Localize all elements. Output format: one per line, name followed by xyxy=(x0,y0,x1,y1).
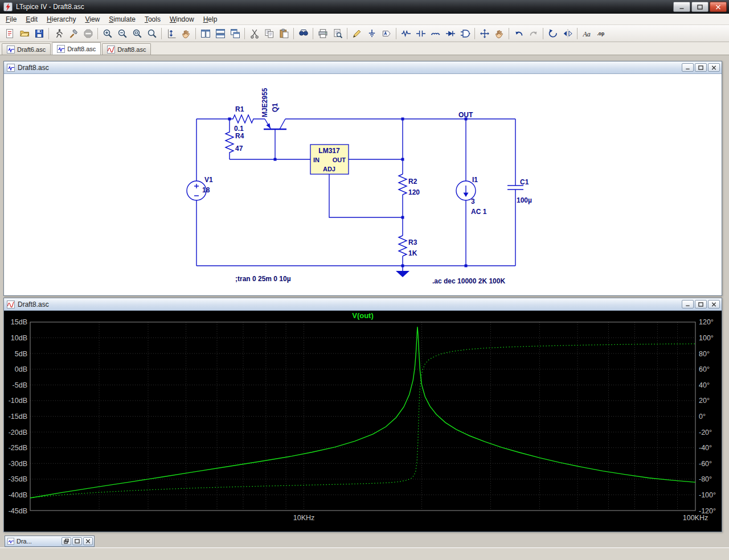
close-button[interactable] xyxy=(710,2,727,12)
right-axis-label: -60° xyxy=(699,460,712,468)
maximize-icon xyxy=(698,302,704,307)
schematic-doc-icon xyxy=(7,64,15,72)
save-icon xyxy=(34,28,44,39)
waveform-plot-area[interactable]: 15dB10dB5dB0dB-5dB-10dB-15dB-20dB-25dB-3… xyxy=(4,311,722,532)
minimize-button[interactable] xyxy=(673,2,690,12)
tab-draft6-asc[interactable]: Draft6.asc xyxy=(2,43,51,55)
schematic-window-titlebar[interactable]: Draft8.asc xyxy=(4,61,722,74)
redo-button[interactable] xyxy=(526,27,540,40)
mirror-button[interactable] xyxy=(560,27,575,40)
tile-vertical-button[interactable] xyxy=(198,27,212,40)
cut-button[interactable] xyxy=(247,27,261,40)
schematic-maximize-button[interactable] xyxy=(695,63,707,72)
maximize-icon xyxy=(698,65,704,71)
voltage-source-v1[interactable]: V1 18 xyxy=(187,176,213,200)
resistor-r1[interactable]: R1 0.1 xyxy=(231,105,256,133)
open-button[interactable] xyxy=(17,27,31,40)
schematic-window: Draft8.asc xyxy=(3,61,722,296)
resistor-button[interactable] xyxy=(399,27,413,40)
tab-draft8-asc[interactable]: Draft8.asc xyxy=(52,42,101,55)
menu-hierarchy[interactable]: Hierarchy xyxy=(42,14,80,24)
menu-view[interactable]: View xyxy=(80,14,104,24)
inductor-icon xyxy=(431,28,441,39)
move-button[interactable] xyxy=(477,27,492,40)
menu-file[interactable]: File xyxy=(1,14,21,24)
directive-ac[interactable]: .ac dec 10000 2K 100K xyxy=(432,277,505,285)
zoom-back-button[interactable] xyxy=(115,27,129,40)
directive-tran[interactable]: ;tran 0 25m 0 10µ xyxy=(235,275,291,283)
menu-window[interactable]: Window xyxy=(165,14,199,24)
inductor-button[interactable] xyxy=(428,27,443,40)
rotate-button[interactable] xyxy=(546,27,560,40)
schematic-close-button[interactable] xyxy=(708,63,720,72)
paste-button[interactable] xyxy=(277,27,291,40)
zoom-fit-button[interactable] xyxy=(145,27,159,40)
zoom-fit-icon xyxy=(147,28,157,39)
control-panel-button[interactable] xyxy=(66,27,80,40)
tab-draft8-asc-plot[interactable]: Draft8.asc xyxy=(102,43,151,55)
right-axis-label: -100° xyxy=(699,491,716,499)
menu-simulate[interactable]: Simulate xyxy=(104,14,140,24)
waveform-minimize-button[interactable] xyxy=(682,300,694,308)
save-button[interactable] xyxy=(32,27,46,40)
waveform-plot: 15dB10dB5dB0dB-5dB-10dB-15dB-20dB-25dB-3… xyxy=(4,311,722,532)
maximize-button[interactable] xyxy=(691,2,708,12)
left-axis-label: -15dB xyxy=(9,413,27,421)
diode-button[interactable] xyxy=(443,27,457,40)
capacitor-button[interactable] xyxy=(413,27,428,40)
zoom-full-extents-button[interactable] xyxy=(130,27,144,40)
autorange-y-axis-icon xyxy=(166,28,177,39)
run-button[interactable] xyxy=(51,27,65,40)
left-axis-label: -20dB xyxy=(9,429,27,437)
undo-button[interactable] xyxy=(511,27,526,40)
i1-value-label: 3 xyxy=(471,197,475,205)
print-preview-button[interactable] xyxy=(330,27,345,40)
halt-button[interactable] xyxy=(81,27,95,40)
menu-help[interactable]: Help xyxy=(199,14,222,24)
right-axis-label: 20° xyxy=(699,397,710,405)
menu-edit[interactable]: Edit xyxy=(21,14,42,24)
spice-directive-button[interactable]: .op xyxy=(595,27,609,40)
minimized-maximize-button[interactable] xyxy=(72,537,82,545)
tile-horizontal-icon xyxy=(215,28,226,39)
pan-button[interactable] xyxy=(179,27,193,40)
regulator-lm317[interactable]: LM317 IN OUT ADJ xyxy=(310,145,349,174)
schematic-canvas-area[interactable]: R1 0.1 R4 47 MJE2955 xyxy=(4,74,722,295)
new-schematic-button[interactable] xyxy=(2,27,17,40)
current-source-i1[interactable]: I1 3 AC 1 xyxy=(456,176,487,216)
schematic-minimize-button[interactable] xyxy=(682,63,694,72)
cascade-button[interactable] xyxy=(228,27,242,40)
waveform-maximize-button[interactable] xyxy=(695,300,707,308)
wire-button[interactable] xyxy=(350,27,364,40)
drag-button[interactable] xyxy=(492,27,506,40)
transistor-q1[interactable]: MJE2955 Q1 xyxy=(261,88,286,159)
text-button[interactable]: Aa xyxy=(580,27,594,40)
waveform-window-titlebar[interactable]: Draft8.asc xyxy=(4,298,722,311)
autorange-y-axis-button[interactable] xyxy=(164,27,178,40)
right-axis-label: 60° xyxy=(699,365,710,373)
component-button[interactable] xyxy=(458,27,472,40)
zoom-area-button[interactable] xyxy=(100,27,114,40)
capacitor-c1[interactable]: C1 100µ xyxy=(507,178,532,204)
tile-horizontal-button[interactable] xyxy=(213,27,227,40)
toolbar: Aa.op xyxy=(0,25,729,42)
resistor-r3[interactable]: R3 1K xyxy=(399,236,417,257)
ground-symbol[interactable] xyxy=(396,271,409,277)
copy-button[interactable] xyxy=(262,27,276,40)
minimized-window[interactable]: Dra... xyxy=(5,536,95,547)
app-icon xyxy=(3,2,13,11)
tab-label: Draft6.asc xyxy=(17,46,46,53)
resistor-r2[interactable]: R2 120 xyxy=(399,174,420,196)
plot-title[interactable]: V(out) xyxy=(352,311,374,320)
net-label-out[interactable]: OUT xyxy=(458,111,473,119)
print-button[interactable] xyxy=(316,27,330,40)
find-button[interactable] xyxy=(296,27,310,40)
minimized-close-button[interactable] xyxy=(83,537,93,545)
minimized-restore-button[interactable] xyxy=(62,537,71,545)
ground-button[interactable] xyxy=(364,27,379,40)
schematic-canvas[interactable]: R1 0.1 R4 47 MJE2955 xyxy=(4,74,722,295)
waveform-close-button[interactable] xyxy=(708,300,720,308)
menu-tools[interactable]: Tools xyxy=(140,14,165,24)
label-net-button[interactable] xyxy=(379,27,394,40)
toolbar-separator xyxy=(48,28,49,39)
